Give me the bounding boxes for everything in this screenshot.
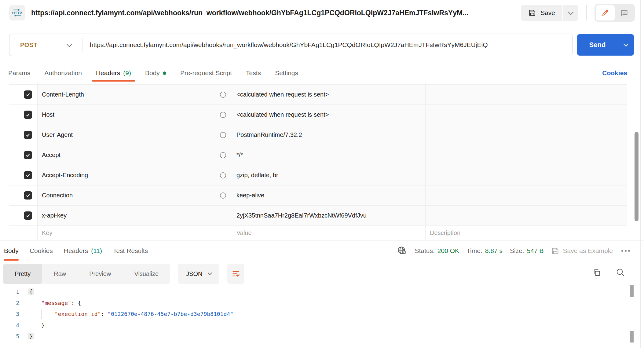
tab-settings[interactable]: Settings [275, 64, 298, 82]
method-selector[interactable]: POST [9, 42, 82, 49]
check-icon [25, 132, 31, 137]
svg-text:HTTP: HTTP [12, 11, 22, 15]
table-row: Accept */* [9, 145, 627, 165]
header-key[interactable]: Accept-Encoding [42, 172, 88, 179]
response-tab-headers[interactable]: Headers (11) [64, 240, 102, 261]
status-value: 200 OK [437, 247, 459, 255]
save-button-group: Save [521, 5, 578, 21]
code-line: 4 } [0, 320, 644, 331]
info-icon[interactable] [220, 172, 226, 179]
line-number[interactable]: 2 [0, 298, 19, 309]
info-icon[interactable] [220, 152, 226, 159]
header-value[interactable]: 2yjX35tnnSaa7Hr2g8EaI7rWxbzcNtWf69VdfJvu [236, 212, 367, 219]
chevron-down-icon [624, 42, 629, 47]
check-icon [25, 213, 31, 218]
response-body-actions [591, 267, 626, 278]
header-key[interactable]: User-Agent [42, 131, 73, 138]
line-number[interactable]: 4 [0, 320, 19, 331]
header-value[interactable]: gzip, deflate, br [236, 172, 278, 179]
code-line: 1 { [0, 286, 644, 298]
header-value[interactable]: <calculated when request is sent> [236, 111, 329, 118]
header-value[interactable]: <calculated when request is sent> [236, 91, 329, 98]
view-visualize[interactable]: Visualize [123, 264, 170, 284]
copy-button[interactable] [591, 267, 602, 278]
save-button[interactable]: Save [521, 5, 562, 21]
info-icon[interactable] [220, 91, 226, 98]
tab-params-label: Params [8, 69, 30, 77]
response-tab-body[interactable]: Body [4, 240, 19, 261]
check-icon [25, 112, 31, 117]
tab-headers[interactable]: Headers (9) [96, 64, 131, 82]
response-scrollbar-marker[interactable] [630, 331, 634, 343]
tab-params[interactable]: Params [8, 64, 30, 82]
value-placeholder[interactable]: Value [236, 229, 252, 236]
edit-mode-button[interactable] [596, 5, 615, 20]
format-dropdown[interactable]: JSON [178, 264, 219, 284]
header-value[interactable]: */* [236, 152, 243, 159]
tab-headers-label: Headers [96, 69, 120, 77]
tab-authorization[interactable]: Authorization [44, 64, 82, 82]
header-row-checkbox[interactable] [24, 111, 32, 119]
header-row-checkbox[interactable] [24, 171, 32, 179]
tab-tests[interactable]: Tests [246, 64, 261, 82]
line-number[interactable]: 5 [0, 331, 19, 342]
key-placeholder[interactable]: Key [42, 229, 52, 236]
header-value[interactable]: keep-alive [236, 192, 264, 199]
headers-table-scrollbar[interactable] [635, 132, 639, 221]
time-label: Time: [467, 247, 482, 255]
comment-icon [620, 9, 628, 17]
wrap-text-button[interactable] [227, 264, 244, 284]
response-tab-body-label: Body [4, 247, 19, 255]
line-number[interactable]: 3 [0, 309, 19, 320]
tab-pre-request-script[interactable]: Pre-request Script [180, 64, 232, 82]
url-input[interactable]: https://api.connect.fylamynt.com/api/web… [82, 41, 572, 49]
response-panel: Body Cookies Headers (11) Test Results S… [0, 240, 644, 348]
tab-body[interactable]: Body [145, 64, 166, 82]
save-options-button[interactable] [563, 5, 578, 21]
response-scrollbar-thumb[interactable] [630, 285, 634, 297]
send-options[interactable] [618, 34, 634, 56]
more-options-icon[interactable] [621, 250, 630, 252]
header-row-checkbox[interactable] [24, 90, 32, 99]
url-box: POST https://api.connect.fylamynt.com/ap… [9, 34, 573, 56]
code-line: 5 } [0, 331, 644, 342]
json-key: "execution_id" [55, 311, 101, 317]
tab-authorization-label: Authorization [44, 69, 82, 77]
header-key[interactable]: Content-Length [42, 91, 84, 98]
indent [28, 322, 41, 328]
comment-mode-button[interactable] [615, 5, 634, 20]
fold-brace[interactable]: } [28, 333, 34, 339]
response-tab-test-results[interactable]: Test Results [113, 240, 148, 261]
info-icon[interactable] [220, 132, 226, 138]
cookies-link[interactable]: Cookies [602, 69, 627, 77]
send-button[interactable]: Send [577, 34, 634, 56]
info-icon[interactable] [220, 112, 226, 118]
description-placeholder[interactable]: Description [430, 229, 460, 236]
view-pretty[interactable]: Pretty [3, 264, 42, 284]
header-value[interactable]: PostmanRuntime/7.32.2 [236, 131, 302, 138]
header-key[interactable]: Connection [42, 192, 73, 199]
save-as-example-button[interactable]: Save as Example [551, 247, 613, 255]
status-label: Status: [415, 247, 434, 255]
indent-guide [41, 310, 42, 319]
header-row-checkbox[interactable] [24, 211, 32, 220]
response-tab-cookies[interactable]: Cookies [30, 240, 53, 261]
header-key[interactable]: x-api-key [42, 212, 67, 219]
json-punct: } [41, 322, 45, 328]
header-row-checkbox[interactable] [24, 151, 32, 159]
view-preview[interactable]: Preview [78, 264, 123, 284]
header-row-checkbox[interactable] [24, 131, 32, 139]
request-title: https://api.connect.fylamynt.com/api/web… [31, 9, 515, 17]
info-icon[interactable] [220, 192, 226, 199]
search-button[interactable] [615, 267, 626, 278]
response-tab-cookies-label: Cookies [30, 247, 53, 255]
request-tabs: Params Authorization Headers (9) Body Pr… [8, 64, 635, 82]
view-raw[interactable]: Raw [42, 264, 78, 284]
line-number[interactable]: 1 [0, 286, 19, 298]
fold-brace[interactable]: { [28, 288, 34, 295]
response-body-editor[interactable]: 1 { 2 "message": { 3 "execution_id": "01… [0, 286, 644, 342]
header-row-checkbox[interactable] [24, 191, 32, 200]
header-key[interactable]: Host [42, 111, 54, 118]
network-globe-icon[interactable] [397, 246, 407, 256]
header-key[interactable]: Accept [42, 152, 60, 159]
